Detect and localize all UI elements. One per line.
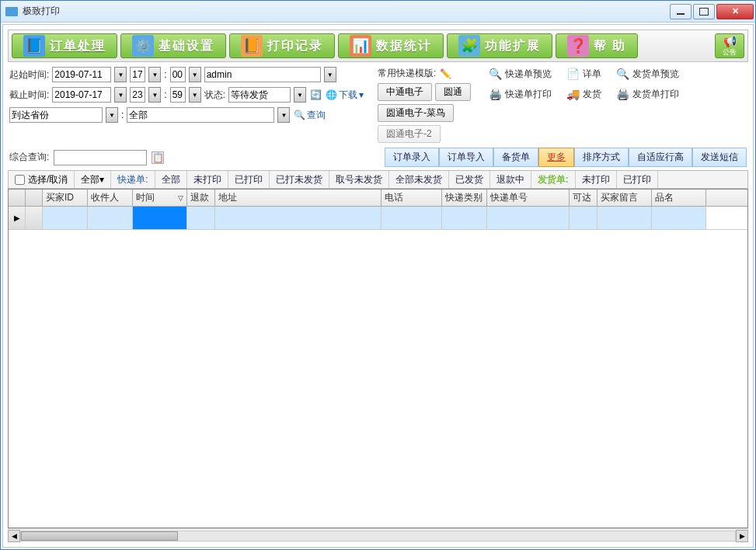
start-min-input[interactable]	[170, 67, 186, 82]
ship-action[interactable]: 🚚发货	[566, 87, 601, 101]
dropdown-icon[interactable]: ▼	[106, 107, 118, 123]
grid-cell[interactable]	[43, 207, 88, 229]
filter-tab-printed[interactable]: 已打印	[228, 171, 270, 188]
filter-all-select[interactable]: 全部 ▾	[75, 171, 111, 188]
detail-query-icon[interactable]: 📋	[152, 151, 164, 164]
grid-body[interactable]: ▶	[9, 207, 747, 527]
grid-cell[interactable]	[215, 207, 381, 229]
printer-icon: 🖨️	[488, 87, 502, 101]
grid-cell[interactable]	[381, 207, 442, 229]
order-entry-button[interactable]: 订单录入	[385, 148, 439, 167]
filter-tab-refunding[interactable]: 退款中	[490, 171, 531, 188]
order-import-button[interactable]: 订单导入	[439, 148, 493, 167]
status-select[interactable]	[228, 87, 291, 103]
column-header[interactable]: 可达	[570, 190, 597, 206]
scroll-thumb[interactable]	[21, 531, 178, 541]
column-header[interactable]: 时间 ▽	[133, 190, 187, 206]
express-print-action[interactable]: 🖨️快递单打印	[488, 87, 552, 101]
filter-tab-not-printed[interactable]: 未打印	[187, 171, 228, 188]
order-processing-button[interactable]: 📘 订单处理	[12, 33, 117, 58]
column-header[interactable]: 品名	[652, 190, 706, 206]
delivery-preview-action[interactable]: 🔍发货单预览	[615, 67, 679, 81]
announce-button[interactable]: 📢 公告	[715, 33, 744, 58]
end-date-input[interactable]	[52, 87, 111, 103]
dropdown-icon[interactable]: ▼	[148, 87, 161, 103]
template-item[interactable]: 中通电子	[378, 83, 432, 101]
detail-action[interactable]: 📄详单	[566, 67, 601, 81]
print-log-button[interactable]: 📙 打印记录	[229, 33, 335, 58]
template-item[interactable]: 圆通电子-2	[378, 125, 441, 143]
scroll-left-arrow[interactable]: ◀	[8, 530, 20, 542]
column-header[interactable]: 快递类别	[442, 190, 487, 206]
minimize-button[interactable]	[670, 4, 692, 19]
column-header[interactable]: 收件人	[88, 190, 133, 206]
column-header[interactable]: 快递单号	[487, 190, 570, 206]
grid-cell[interactable]	[133, 207, 187, 229]
maximize-button[interactable]	[693, 4, 715, 19]
auto-height-button[interactable]: 自适应行高	[629, 148, 692, 167]
grid-cell[interactable]	[187, 207, 215, 229]
stock-button[interactable]: 备货单	[493, 148, 538, 167]
titlebar: 极致打印	[1, 1, 755, 23]
close-button[interactable]	[716, 4, 754, 19]
extensions-button[interactable]: 🧩 功能扩展	[447, 33, 552, 58]
horizontal-scrollbar[interactable]: ◀ ▶	[8, 528, 748, 542]
sort-button[interactable]: 排序方式	[574, 148, 629, 167]
scroll-track[interactable]	[20, 531, 736, 541]
column-header[interactable]: 买家留言	[597, 190, 652, 206]
more-button[interactable]: 更多	[538, 148, 574, 167]
row-checkbox[interactable]	[26, 207, 43, 229]
column-header[interactable]: 退款	[187, 190, 215, 206]
data-stats-button[interactable]: 📊 数据统计	[338, 33, 444, 58]
grid-cell[interactable]	[442, 207, 487, 229]
grid-cell[interactable]	[597, 207, 652, 229]
filter-tab-all[interactable]: 全部	[155, 171, 187, 188]
grid-cell[interactable]	[652, 207, 706, 229]
start-hour-input[interactable]	[130, 67, 145, 82]
dropdown-icon[interactable]: ▼	[189, 67, 201, 82]
scroll-right-arrow[interactable]: ▶	[736, 530, 748, 542]
dropdown-icon[interactable]: ▼	[277, 107, 290, 123]
user-input[interactable]	[204, 67, 321, 82]
filter-tab-got-no-not-shipped[interactable]: 取号未发货	[329, 171, 389, 188]
help-button[interactable]: ❓ 帮 助	[556, 33, 638, 58]
dropdown-icon[interactable]: ▼	[294, 87, 306, 103]
end-min-input[interactable]	[170, 87, 186, 103]
basic-settings-button[interactable]: ⚙️ 基础设置	[120, 33, 226, 58]
edit-icon[interactable]: ✏️	[439, 68, 451, 80]
delivery-print-action[interactable]: 🖨️发货单打印	[615, 87, 679, 101]
select-cancel-checkbox[interactable]: 选择/取消	[9, 171, 75, 188]
column-header[interactable]: 买家ID	[43, 190, 88, 206]
filter-tab-shipped[interactable]: 已发货	[449, 171, 490, 188]
dropdown-icon[interactable]: ▼	[114, 67, 127, 82]
filter-tab-d-printed[interactable]: 已打印	[617, 171, 658, 188]
template-item[interactable]: 圆通	[435, 83, 471, 101]
magnify-icon: 🔍	[615, 67, 629, 81]
filter-tab-all-not-shipped[interactable]: 全部未发货	[389, 171, 449, 188]
grid-cell[interactable]	[570, 207, 597, 229]
province-select[interactable]	[9, 107, 103, 123]
send-sms-button[interactable]: 发送短信	[692, 148, 747, 167]
data-grid[interactable]: 买家ID收件人时间 ▽退款地址电话快递类别快递单号可达买家留言品名 ▶	[8, 189, 748, 528]
dropdown-icon[interactable]: ▼	[114, 87, 127, 103]
express-preview-action[interactable]: 🔍快递单预览	[488, 67, 552, 81]
refresh-icon[interactable]: 🔄	[309, 89, 322, 101]
filter-tab-printed-not-shipped[interactable]: 已打未发货	[270, 171, 329, 188]
grid-row[interactable]: ▶	[9, 207, 747, 230]
query-link[interactable]: 🔍查询	[293, 109, 326, 122]
start-date-input[interactable]	[52, 67, 111, 82]
column-header[interactable]: 地址	[215, 190, 381, 206]
download-link[interactable]: 🌐下载 ▾	[325, 89, 364, 102]
end-hour-input[interactable]	[130, 87, 145, 103]
province-all-select[interactable]	[127, 107, 274, 123]
dropdown-icon[interactable]: ▼	[148, 67, 161, 82]
grid-cell[interactable]	[88, 207, 133, 229]
end-time-label: 截止时间:	[9, 89, 49, 102]
comprehensive-query-input[interactable]	[54, 150, 147, 165]
template-item[interactable]: 圆通电子-菜鸟	[378, 104, 454, 122]
grid-cell[interactable]	[487, 207, 570, 229]
column-header[interactable]: 电话	[381, 190, 442, 206]
dropdown-icon[interactable]: ▼	[189, 87, 201, 103]
filter-tab-d-not-printed[interactable]: 未打印	[576, 171, 617, 188]
dropdown-icon[interactable]: ▼	[324, 67, 336, 82]
